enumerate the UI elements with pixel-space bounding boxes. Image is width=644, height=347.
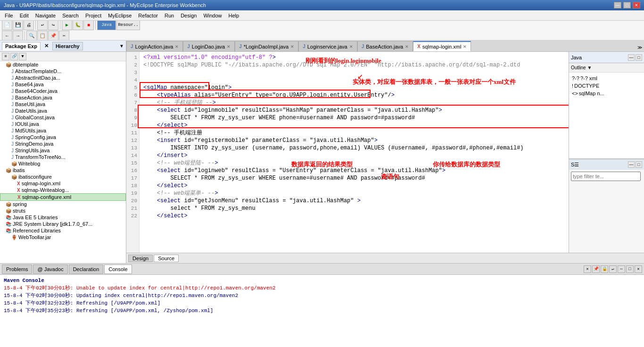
toolbar-resource-perspective[interactable]: Resour.. xyxy=(116,21,140,30)
link-editor-btn[interactable]: 🔗 xyxy=(10,53,18,60)
type-filter-input[interactable] xyxy=(571,172,641,181)
tree-item[interactable]: JBase64.java xyxy=(0,81,126,88)
outline-item-doctype[interactable]: ! DOCTYPE xyxy=(571,82,642,90)
tab-hierarchy[interactable]: Hierarchy xyxy=(52,42,83,50)
view-menu-btn[interactable]: ▼ xyxy=(19,53,26,60)
tree-item[interactable]: JStringUtils.java xyxy=(0,147,126,154)
tree-item[interactable]: Xsqlmap-Writeablog... xyxy=(0,187,126,193)
tab-loginDaoImpl[interactable]: J *LoginDaoImpl.java ✕ xyxy=(235,41,298,51)
console-maximize[interactable]: □ xyxy=(626,265,634,273)
source-tab[interactable]: Source xyxy=(154,255,179,262)
tree-item[interactable]: JBaseAction.java xyxy=(0,94,126,101)
console-header-line: Maven Console xyxy=(4,277,640,284)
menu-project[interactable]: Project xyxy=(83,12,104,19)
tree-item[interactable]: 📦ibatis xyxy=(0,167,126,174)
console-minimize[interactable]: — xyxy=(618,265,625,273)
menu-edit[interactable]: Edit xyxy=(17,12,32,19)
editor-tabs-overflow[interactable]: ≫ xyxy=(636,44,644,51)
tree-item[interactable]: 📦ibatisconfigure xyxy=(0,174,126,180)
package-explorer-header: Package Exp ✕ Hierarchy ▼ xyxy=(0,41,126,52)
tree-item[interactable]: JGlobalConst.java xyxy=(0,114,126,121)
design-tab[interactable]: Design xyxy=(128,255,153,262)
minimize-button[interactable]: — xyxy=(614,2,621,8)
toolbar-print[interactable]: 🖨 xyxy=(24,21,34,30)
tree-item[interactable]: Xsqlmap-configure.xml xyxy=(0,193,126,201)
tree-item[interactable]: 📚JRE System Library [jdk1.7.0_67... xyxy=(0,221,126,227)
tree-item[interactable]: JStringDemo.java xyxy=(0,140,126,147)
title-bar: Java - U9APP/ibatis/ibatisconfigure/sqlm… xyxy=(0,0,644,10)
tree-item[interactable]: JSpringConfig.java xyxy=(0,134,126,140)
file-tree: 📦dbtemplateJAbstactTemplateD...JAbstract… xyxy=(0,61,126,263)
tree-item[interactable]: 🏺WebToollar.jar xyxy=(0,234,126,240)
tree-item[interactable]: Xsqlmap-login.xml xyxy=(0,180,126,187)
javadoc-tab[interactable]: @ Javadoc xyxy=(33,264,67,274)
tree-item[interactable]: JBase64Coder.java xyxy=(0,88,126,94)
tree-item[interactable]: JMd5Utils.java xyxy=(0,127,126,134)
tree-item[interactable]: JBaseUtil.java xyxy=(0,101,126,107)
tree-item[interactable]: JAbstractInitDao.ja... xyxy=(0,74,126,81)
toolbar-paste[interactable]: 📌 xyxy=(48,31,58,41)
toolbar-debug[interactable]: 🐛 xyxy=(73,21,83,30)
console-line: 15-8-4 下午02时30分00秒: Updating index centr… xyxy=(4,292,640,299)
toolbar-java-perspective[interactable]: Java xyxy=(97,21,116,30)
close-button[interactable]: ✕ xyxy=(633,2,640,8)
menu-window[interactable]: Window xyxy=(200,12,224,19)
outline-item-sqlmap[interactable]: <> sqlMap n... xyxy=(571,90,642,97)
tree-item[interactable]: 📦struts xyxy=(0,207,126,214)
tab-baseaction[interactable]: J BaseAction.java ✕ xyxy=(357,41,413,51)
tab-loginaction[interactable]: J LoginAction.java ✕ xyxy=(126,41,183,51)
right-panel-minimize[interactable]: — xyxy=(628,54,635,61)
collapse-all-btn[interactable]: ≡ xyxy=(2,53,9,60)
tree-item[interactable]: 📦dbtemplate xyxy=(0,61,126,68)
console-scroll-lock[interactable]: 🔒 xyxy=(601,265,608,273)
tree-item[interactable]: 📚Java EE 5 Libraries xyxy=(0,214,126,221)
toolbar-undo[interactable]: ↩ xyxy=(37,21,48,30)
tree-item[interactable]: 📚Referenced Libraries xyxy=(0,227,126,234)
menu-navigate[interactable]: Navigate xyxy=(33,12,58,19)
tree-item[interactable]: JTransformToTreeNo... xyxy=(0,154,126,160)
console-word-wrap[interactable]: ↵ xyxy=(609,265,617,273)
tab-sqlmap-login[interactable]: X sqlmap-login.xml ✕ xyxy=(413,41,471,51)
tab-loginservice[interactable]: J Loginservice.java ✕ xyxy=(298,41,357,51)
menu-run[interactable]: Run xyxy=(162,12,177,19)
toolbar-new[interactable]: 📄 xyxy=(2,21,12,30)
toolbar-back[interactable]: ← xyxy=(2,31,12,41)
menu-refactor[interactable]: Refactor xyxy=(135,12,161,19)
code-content: <?xml version="1.0" encoding="utf-8" ?><… xyxy=(140,52,569,253)
menu-help[interactable]: Help xyxy=(226,12,242,19)
tab-logindao[interactable]: J LoginDao.java ✕ xyxy=(183,41,235,51)
maximize-button[interactable]: □ xyxy=(623,2,631,8)
toolbar-redo[interactable]: ↪ xyxy=(48,21,58,30)
code-editor[interactable]: 12345678910111213141516171819202122 <?xm… xyxy=(126,52,569,253)
console-pin-btn[interactable]: 📌 xyxy=(592,265,600,273)
toolbar-cut[interactable]: ✂ xyxy=(59,31,69,41)
toolbar-save[interactable]: 💾 xyxy=(13,21,23,30)
line-numbers: 12345678910111213141516171819202122 xyxy=(126,52,140,253)
right-panel-title: Java xyxy=(571,55,582,60)
toolbar-copy[interactable]: 📋 xyxy=(37,31,48,41)
menu-search[interactable]: Search xyxy=(59,12,82,19)
menu-design[interactable]: Design xyxy=(178,12,199,19)
toolbar-search[interactable]: 🔍 xyxy=(26,31,37,41)
outline-item-xml[interactable]: ?-? ?-? xml xyxy=(571,74,642,82)
tree-item[interactable]: 📦spring xyxy=(0,201,126,207)
tree-item[interactable]: JAbstactTemplateD... xyxy=(0,68,126,74)
menu-file[interactable]: File xyxy=(2,12,16,19)
menu-myeclipse[interactable]: MyEclipse xyxy=(105,12,134,19)
console-clear-btn[interactable]: ✕ xyxy=(584,265,591,273)
console-tab[interactable]: Console xyxy=(104,264,132,274)
toolbar-forward[interactable]: → xyxy=(13,31,23,41)
right-panel-maximize[interactable]: □ xyxy=(636,54,642,61)
tree-item[interactable]: JDateUtils.java xyxy=(0,107,126,114)
tab-package-explorer[interactable]: Package Exp xyxy=(2,42,41,50)
console-close[interactable]: ✕ xyxy=(635,265,642,273)
search-panel-max[interactable]: □ xyxy=(636,161,642,168)
problems-tab[interactable]: Problems xyxy=(2,264,32,274)
toolbar-run[interactable]: ▶ xyxy=(62,21,72,30)
search-panel-min[interactable]: — xyxy=(628,161,635,168)
declaration-tab[interactable]: Declaration xyxy=(69,264,104,274)
tree-item[interactable]: JIOUtil.java xyxy=(0,121,126,127)
toolbar-stop[interactable]: ■ xyxy=(83,21,94,30)
tree-item[interactable]: 📦Writeblog xyxy=(0,160,126,167)
title-text: Java - U9APP/ibatis/ibatisconfigure/sqlm… xyxy=(4,2,206,8)
